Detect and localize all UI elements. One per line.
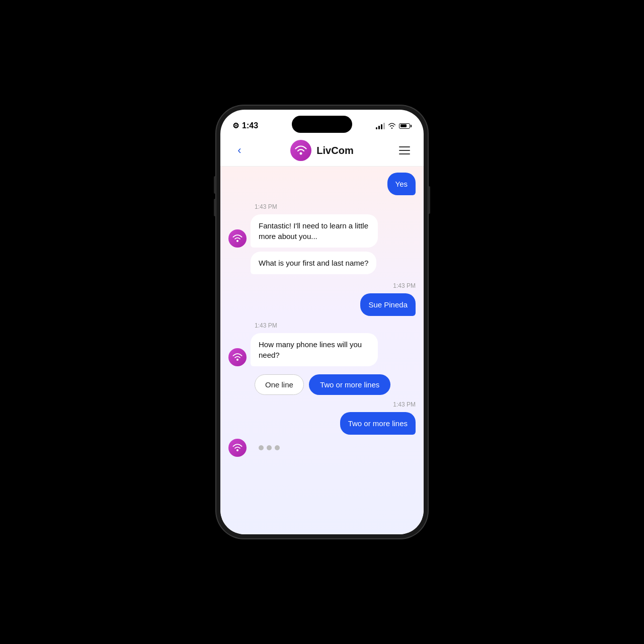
timestamp-3: 1:43 PM	[255, 322, 416, 329]
bot-message-row-2: What is your first and last name?	[228, 252, 416, 274]
bot-message-row-3: How many phone lines will you need?	[228, 333, 416, 366]
wifi-icon	[388, 123, 396, 129]
power-btn	[428, 186, 430, 214]
svg-point-1	[236, 240, 238, 242]
status-time-label: 1:43	[242, 121, 258, 130]
vol-up-btn	[214, 176, 216, 194]
menu-button[interactable]	[395, 141, 414, 159]
svg-point-2	[236, 359, 238, 361]
menu-icon	[399, 153, 410, 154]
yes-partial-row: Yes	[228, 173, 416, 195]
bot-avatar-2	[228, 348, 247, 366]
signal-icon	[376, 122, 385, 129]
header-logo: LivCom	[290, 140, 353, 161]
user-row-1: Sue Pineda	[228, 293, 416, 316]
svg-point-0	[300, 152, 302, 155]
bot-avatar-1	[228, 229, 247, 248]
battery-icon	[399, 123, 412, 129]
two-or-more-lines-button[interactable]: Two or more lines	[309, 374, 390, 395]
app-name-label: LivCom	[316, 145, 353, 156]
bot-bubble-3: How many phone lines will you need?	[251, 333, 378, 366]
bot-bubble-1: Fantastic! I'll need to learn a little m…	[251, 214, 378, 248]
menu-icon	[399, 146, 410, 147]
user-bubble-1: Sue Pineda	[360, 293, 416, 316]
phone-screen: ⚙ 1:43	[220, 110, 424, 534]
dynamic-island	[292, 116, 352, 133]
chat-area: Yes 1:43 PM Fantastic! I'll need to lear…	[220, 167, 424, 534]
typing-dot-2	[267, 445, 272, 450]
phone-frame: ⚙ 1:43	[216, 106, 428, 538]
user-bubble-2: Two or more lines	[340, 412, 416, 435]
menu-icon	[399, 150, 410, 151]
status-icons	[376, 122, 412, 129]
typing-dot-1	[259, 445, 264, 450]
yes-bubble: Yes	[387, 173, 416, 195]
timestamp-2: 1:43 PM	[228, 282, 416, 289]
timestamp-1: 1:43 PM	[255, 203, 416, 210]
bot-message-row-1: Fantastic! I'll need to learn a little m…	[228, 214, 416, 248]
app-logo	[290, 140, 311, 161]
svg-point-3	[236, 449, 238, 451]
vol-down-btn	[214, 199, 216, 216]
quick-replies: One line Two or more lines	[255, 374, 416, 395]
bot-bubble-2: What is your first and last name?	[251, 252, 376, 274]
typing-dot-3	[275, 445, 280, 450]
gear-icon: ⚙	[232, 121, 239, 130]
back-button[interactable]: ‹	[230, 141, 249, 159]
typing-row	[228, 439, 416, 457]
user-row-2: Two or more lines	[228, 412, 416, 435]
timestamp-4: 1:43 PM	[228, 401, 416, 408]
bot-avatar-3	[228, 439, 247, 457]
typing-indicator	[251, 439, 288, 456]
one-line-button[interactable]: One line	[255, 374, 304, 395]
app-header: ‹ LivCom	[220, 135, 424, 167]
